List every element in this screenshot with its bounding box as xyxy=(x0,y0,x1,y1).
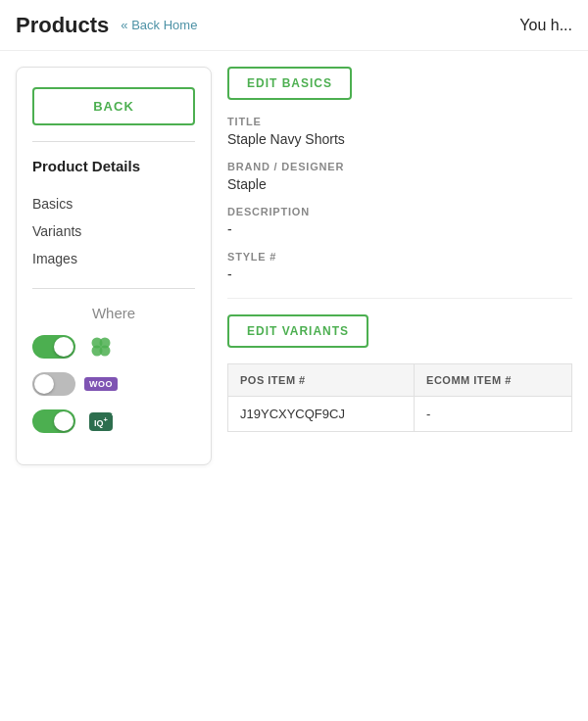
title-label: TITLE xyxy=(227,116,572,127)
table-header-row: POS ITEM # ECOMM ITEM # xyxy=(228,364,572,397)
edit-basics-button[interactable]: EDIT BASICS xyxy=(227,67,352,100)
toggle-woo[interactable] xyxy=(32,372,75,396)
nav-item-basics[interactable]: Basics xyxy=(32,190,195,217)
product-nav: Basics Variants Images xyxy=(32,190,195,272)
variants-table: POS ITEM # ECOMM ITEM # J19YCXYCQF9CJ - xyxy=(227,363,572,432)
brand-value: Staple xyxy=(227,176,572,192)
toggle-knob-clover xyxy=(54,337,74,357)
edit-variants-button[interactable]: EDIT VARIANTS xyxy=(227,314,368,348)
style-value: - xyxy=(227,266,572,282)
brand-label: BRAND / DESIGNER xyxy=(227,161,572,172)
back-home-link[interactable]: « Back Home xyxy=(121,18,197,32)
woo-icon: WOO xyxy=(87,370,115,398)
title-value: Staple Navy Shorts xyxy=(227,131,572,147)
description-value: - xyxy=(227,221,572,237)
svg-point-3 xyxy=(100,346,111,357)
col-pos-item: POS ITEM # xyxy=(228,364,415,397)
divider-1 xyxy=(32,141,195,142)
where-section: Where xyxy=(32,305,195,435)
where-title: Where xyxy=(32,305,195,321)
nav-item-images[interactable]: Images xyxy=(32,245,195,272)
right-panel: EDIT BASICS TITLE Staple Navy Shorts BRA… xyxy=(227,67,572,432)
user-info: You h... xyxy=(519,17,572,34)
channel-row-iq: IQ+ xyxy=(32,408,195,435)
toggle-iq[interactable] xyxy=(32,409,75,433)
pos-item-value: J19YCXYCQF9CJ xyxy=(228,397,415,432)
field-brand: BRAND / DESIGNER Staple xyxy=(227,161,572,192)
field-title: TITLE Staple Navy Shorts xyxy=(227,116,572,147)
toggle-clover[interactable] xyxy=(32,335,75,359)
page-title: Products xyxy=(16,13,109,38)
style-label: STYLE # xyxy=(227,251,572,263)
col-ecomm-item: ECOMM ITEM # xyxy=(415,364,572,397)
field-style: STYLE # - xyxy=(227,251,572,282)
table-row: J19YCXYCQF9CJ - xyxy=(228,397,572,432)
main-content: BACK Product Details Basics Variants Ima… xyxy=(0,51,588,481)
channel-row-woo: WOO xyxy=(32,370,195,398)
iq-badge: IQ+ xyxy=(89,412,113,431)
ecomm-item-value: - xyxy=(415,397,572,432)
divider-2 xyxy=(32,288,195,289)
channel-row-clover xyxy=(32,333,195,360)
nav-item-variants[interactable]: Variants xyxy=(32,217,195,245)
back-button[interactable]: BACK xyxy=(32,87,195,125)
description-label: DESCRIPTION xyxy=(227,206,572,217)
woo-badge: WOO xyxy=(84,377,118,391)
right-divider xyxy=(227,298,572,299)
page-header: Products « Back Home You h... xyxy=(0,0,588,51)
clover-icon xyxy=(87,333,115,360)
field-description: DESCRIPTION - xyxy=(227,206,572,237)
product-details-title: Product Details xyxy=(32,158,195,174)
toggle-knob-iq xyxy=(54,411,74,431)
iq-icon: IQ+ xyxy=(87,408,115,435)
left-panel: BACK Product Details Basics Variants Ima… xyxy=(16,67,212,465)
toggle-knob-woo xyxy=(34,374,54,394)
